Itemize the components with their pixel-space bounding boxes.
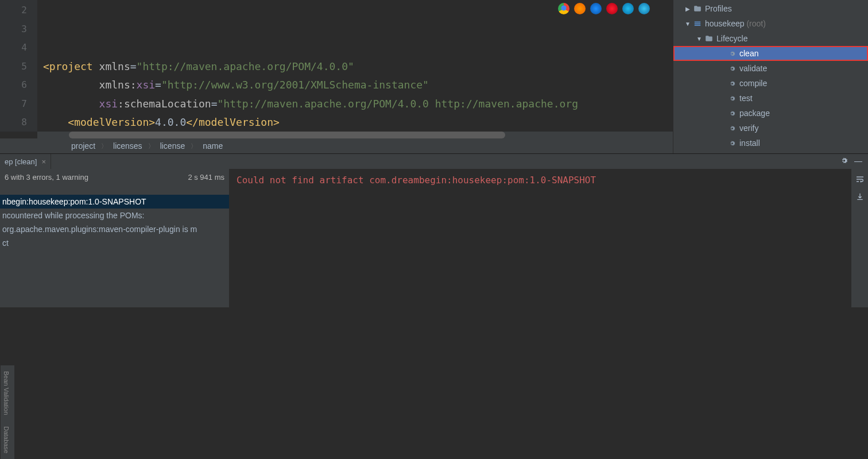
console-tab[interactable]: ep [clean] ×: [0, 154, 51, 169]
build-tree-item[interactable]: org.apache.maven.plugins:maven-compiler-…: [0, 222, 229, 236]
console-error-line: Could not find artifact com.dreambegin:h…: [237, 175, 844, 186]
breadcrumb-item[interactable]: licenses: [113, 141, 142, 151]
line-number: 5: [0, 57, 27, 76]
tree-label: test: [739, 94, 753, 103]
gear-icon: [727, 138, 737, 148]
tool-tab-database[interactable]: Database: [1, 421, 12, 459]
maven-goal-site[interactable]: site: [673, 151, 868, 153]
breadcrumb-item[interactable]: name: [203, 141, 223, 151]
breadcrumb-bar: project〉licenses〉license〉name: [0, 138, 673, 153]
build-tree-item[interactable]: ncountered while processing the POMs:: [0, 209, 229, 222]
build-tree-item[interactable]: nbegin:housekeep:pom:1.0-SNAPSHOT: [0, 195, 229, 209]
tree-label: verify: [739, 124, 758, 133]
maven-tool-window: ▶Profiles▼housekeep (root)▼Lifecycleclea…: [673, 0, 868, 153]
tool-tab-bean-validation[interactable]: Bean Validation: [1, 365, 12, 421]
tree-label: Lifecycle: [716, 34, 747, 43]
build-results-tree[interactable]: 6 with 3 errors, 1 warning 2 s 941 ms nb…: [0, 169, 230, 307]
line-number: 2: [0, 1, 27, 20]
chevron-right-icon: 〉: [148, 142, 154, 151]
opera-icon[interactable]: [606, 3, 618, 14]
scroll-to-end-icon[interactable]: [854, 191, 866, 202]
chrome-icon[interactable]: [558, 3, 569, 14]
build-tree-item[interactable]: ct: [0, 236, 229, 250]
maven-goal-validate[interactable]: validate: [673, 61, 868, 76]
folder-icon: [704, 34, 714, 43]
tree-label: clean: [739, 49, 758, 58]
maven-lifecycle[interactable]: ▼Lifecycle: [673, 31, 868, 46]
maven-goal-clean[interactable]: clean: [673, 46, 868, 61]
code-editor[interactable]: <project xmlns="http://maven.apache.org/…: [37, 0, 673, 132]
soft-wrap-icon[interactable]: [854, 173, 866, 185]
edge-icon[interactable]: [638, 3, 650, 14]
tree-label: package: [739, 109, 770, 118]
maven-goal-install[interactable]: install: [673, 136, 868, 151]
breadcrumb-item[interactable]: license: [160, 141, 185, 151]
code-line[interactable]: <modelVersion>4.0.0</modelVersion>: [43, 113, 673, 132]
chevron-right-icon: 〉: [101, 142, 107, 151]
gutter: 234567891011121314151617: [0, 0, 37, 132]
tree-label: compile: [739, 79, 767, 88]
chevron-right-icon: 〉: [191, 142, 197, 151]
tree-label: install: [739, 138, 760, 148]
line-number: 3: [0, 20, 27, 39]
maven-profiles[interactable]: ▶Profiles: [673, 1, 868, 16]
maven-goal-test[interactable]: test: [673, 91, 868, 106]
maven-goal-verify[interactable]: verify: [673, 121, 868, 136]
console-side-toolbar: [851, 169, 868, 307]
gear-icon: [727, 109, 737, 118]
console-tab-row: ep [clean] × —: [0, 154, 868, 169]
chevron-right-icon[interactable]: ▶: [684, 6, 692, 12]
gear-icon: [727, 49, 737, 58]
gear-icon: [727, 124, 737, 133]
gear-icon: [727, 64, 737, 73]
build-summary: 6 with 3 errors, 1 warning: [5, 173, 88, 182]
folder-icon: [693, 4, 702, 13]
line-number: 8: [0, 113, 27, 132]
chevron-down-icon[interactable]: ▼: [695, 36, 703, 42]
tree-label: validate: [739, 64, 767, 73]
build-duration: 2 s 941 ms: [188, 173, 224, 182]
gear-icon: [727, 94, 737, 103]
line-number: 4: [0, 38, 27, 57]
console-tab-label: ep [clean]: [5, 157, 37, 166]
code-line[interactable]: <project xmlns="http://maven.apache.org/…: [43, 57, 673, 76]
browser-preview-icons: [558, 3, 650, 14]
maven-goal-package[interactable]: package: [673, 106, 868, 121]
gear-icon[interactable]: [840, 156, 848, 167]
safari-icon[interactable]: [590, 3, 602, 14]
console-output[interactable]: Could not find artifact com.dreambegin:h…: [230, 169, 851, 307]
tree-label: Profiles: [705, 4, 732, 13]
firefox-icon[interactable]: [574, 3, 586, 14]
editor-pane: 234567891011121314151617 <project xmlns=…: [0, 0, 673, 153]
module-icon: [693, 19, 702, 28]
code-line[interactable]: xsi:schemaLocation="http://maven.apache.…: [43, 95, 673, 114]
ie-icon[interactable]: [622, 3, 634, 14]
tree-label: housekeep (root): [705, 19, 766, 28]
line-number: 7: [0, 95, 27, 114]
line-number: 6: [0, 76, 27, 95]
breadcrumb-item[interactable]: project: [71, 141, 95, 151]
minimize-icon[interactable]: —: [854, 156, 862, 167]
gear-icon: [727, 79, 737, 88]
right-tool-stripe: Bean Validation Database: [0, 365, 14, 459]
chevron-down-icon[interactable]: ▼: [684, 21, 692, 27]
maven-goal-compile[interactable]: compile: [673, 76, 868, 91]
horizontal-scrollbar[interactable]: [37, 132, 673, 138]
close-icon[interactable]: ×: [41, 157, 46, 166]
code-line[interactable]: xmlns:xsi="http://www.w3.org/2001/XMLSch…: [43, 76, 673, 95]
maven-root-module[interactable]: ▼housekeep (root): [673, 16, 868, 31]
run-tool-window: ep [clean] × — 6 with 3 errors, 1 warnin…: [0, 153, 868, 307]
